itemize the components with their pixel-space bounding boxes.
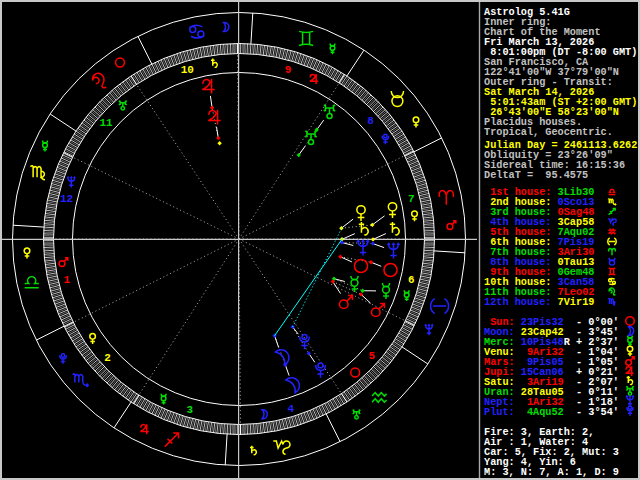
svg-text:3: 3 [187, 404, 194, 416]
svg-text:12: 12 [60, 193, 73, 205]
svg-text:7: 7 [408, 193, 415, 205]
svg-text:9: 9 [285, 64, 292, 76]
svg-text:1: 1 [63, 274, 70, 286]
svg-text:4: 4 [287, 403, 294, 415]
svg-text:10: 10 [181, 64, 194, 76]
svg-text:8: 8 [367, 115, 374, 127]
svg-text:11: 11 [99, 117, 113, 129]
svg-text:2: 2 [104, 352, 111, 364]
svg-text:5: 5 [369, 350, 376, 362]
svg-text:6: 6 [408, 274, 415, 286]
